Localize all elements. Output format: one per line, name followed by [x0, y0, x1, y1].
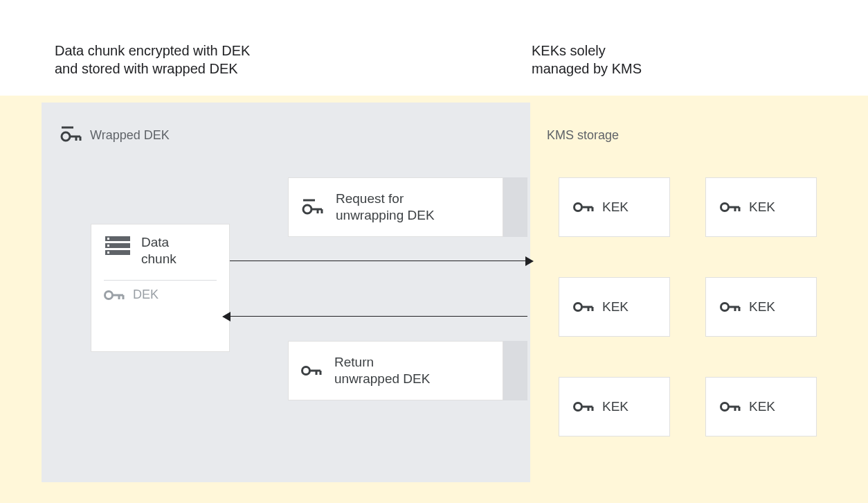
request-card: Request for unwrapping DEK — [288, 177, 503, 237]
data-chunk-title-line1: Data — [141, 235, 169, 249]
key-icon — [573, 400, 594, 413]
flow-tab-top — [503, 177, 527, 237]
key-icon — [720, 400, 741, 413]
key-icon — [104, 289, 125, 301]
request-line2: unwrapping DEK — [336, 208, 435, 222]
svg-point-16 — [303, 205, 311, 213]
storage-icon — [104, 234, 132, 258]
kek-label: KEK — [749, 299, 775, 315]
kek-label: KEK — [749, 200, 775, 215]
wrapped-key-icon — [60, 125, 82, 143]
kek-label: KEK — [602, 299, 629, 315]
return-line1: Return — [334, 355, 374, 369]
kek-card: KEK — [705, 277, 817, 337]
heading-left: Data chunk encrypted with DEK and stored… — [55, 42, 250, 78]
kek-card: KEK — [559, 377, 670, 436]
dek-label: DEK — [133, 288, 159, 302]
arrow-return-head — [222, 312, 230, 321]
kms-storage-label: KMS storage — [547, 128, 619, 143]
key-icon — [720, 301, 741, 313]
svg-point-44 — [721, 403, 729, 411]
key-icon — [301, 364, 322, 377]
arrow-return — [230, 316, 527, 317]
heading-right-line1: KEKs solely — [532, 43, 606, 58]
return-line2: unwrapped DEK — [334, 371, 430, 386]
kek-card: KEK — [559, 177, 670, 237]
key-icon — [573, 301, 594, 313]
svg-point-24 — [575, 204, 582, 211]
heading-right-line2: managed by KMS — [532, 61, 642, 76]
data-chunk-title-line2: chunk — [141, 251, 177, 266]
wrapped-dek-label: Wrapped DEK — [90, 128, 170, 143]
data-chunk-divider — [104, 280, 217, 281]
heading-left-line2: and stored with wrapped DEK — [55, 61, 238, 76]
wrapped-key-icon — [301, 198, 323, 216]
key-icon — [720, 201, 741, 213]
heading-right: KEKs solely managed by KMS — [532, 42, 642, 78]
kek-card: KEK — [705, 177, 817, 237]
svg-point-36 — [721, 303, 729, 311]
arrow-request — [230, 261, 527, 261]
kek-card: KEK — [705, 377, 817, 436]
return-card: Return unwrapped DEK — [288, 341, 503, 400]
svg-point-32 — [575, 303, 582, 311]
heading-left-line1: Data chunk encrypted with DEK — [55, 43, 250, 58]
svg-point-1 — [62, 132, 70, 141]
kek-label: KEK — [749, 399, 775, 414]
kek-label: KEK — [602, 399, 629, 414]
arrow-request-head — [525, 256, 534, 266]
svg-rect-8 — [107, 238, 109, 240]
diagram-canvas: Data chunk encrypted with DEK and stored… — [0, 0, 868, 503]
svg-point-20 — [302, 367, 310, 375]
kek-card: KEK — [559, 277, 670, 337]
svg-rect-9 — [107, 245, 109, 247]
data-chunk-card: Data chunk DEK — [91, 224, 230, 352]
svg-point-40 — [575, 403, 582, 411]
key-icon — [573, 201, 594, 213]
svg-point-11 — [105, 291, 113, 299]
svg-rect-10 — [107, 251, 109, 254]
svg-point-28 — [721, 204, 729, 211]
kek-label: KEK — [602, 200, 629, 215]
request-line1: Request for — [336, 191, 404, 206]
flow-tab-bottom — [503, 341, 527, 400]
